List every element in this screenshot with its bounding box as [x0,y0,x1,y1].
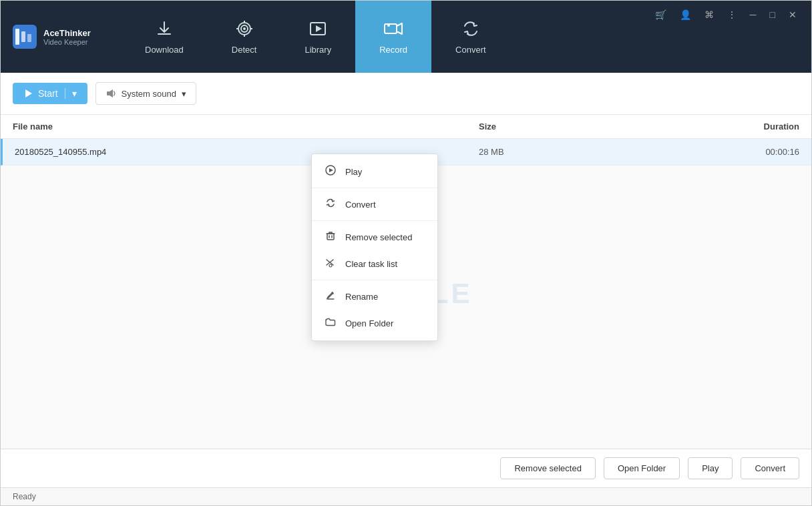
sound-icon [106,88,116,99]
ctx-clear[interactable]: Clear task list [312,250,437,277]
tab-download[interactable]: Download [121,1,208,73]
ctx-remove-label: Remove selected [345,232,412,242]
svg-marker-18 [110,89,113,97]
tab-detect-label: Detect [232,45,257,55]
maximize-button[interactable]: □ [766,7,779,22]
sound-button[interactable]: System sound ▾ [95,82,196,105]
user-button[interactable]: 👤 [676,7,695,22]
library-icon [309,19,327,41]
tab-detect[interactable]: Detect [208,1,281,73]
convert-icon [461,19,480,41]
window-controls: 🛒 👤 ⌘ ⋮ ─ □ ✕ [640,7,811,22]
tab-library[interactable]: Library [280,1,355,73]
sound-dropdown-arrow: ▾ [182,89,186,99]
svg-rect-1 [15,29,19,45]
tab-record[interactable]: Record [355,1,431,73]
table-area: File name Size Duration 20180525_140955.… [1,115,811,449]
record-icon [383,19,403,41]
app-name: AceThinker [43,28,91,38]
ctx-rename[interactable]: Rename [312,283,437,310]
svg-marker-14 [397,23,402,34]
ctx-clear-label: Clear task list [345,259,397,269]
app-subtitle: Video Keeper [43,38,91,46]
ctx-rename-icon [324,290,337,303]
tab-convert-label: Convert [455,45,486,55]
ctx-open-folder-icon [324,316,337,330]
ctx-convert[interactable]: Convert [312,191,437,218]
ctx-remove-icon [324,230,337,244]
bottom-remove-button[interactable]: Remove selected [500,457,595,479]
ctx-convert-icon [324,198,337,211]
sound-label: System sound [122,89,176,99]
bottom-open-folder-button[interactable]: Open Folder [604,457,680,479]
app-logo-text: AceThinker Video Keeper [43,28,91,46]
app-logo-icon [13,25,37,49]
status-bar: Ready [1,487,811,505]
ctx-divider-1 [312,188,437,188]
col-header-size: Size [479,121,679,132]
app-logo: AceThinker Video Keeper [1,25,121,49]
svg-rect-13 [385,24,397,33]
col-header-duration: Duration [679,121,799,132]
svg-marker-12 [316,25,322,32]
svg-point-15 [387,24,390,27]
minimize-button[interactable]: ─ [746,7,761,22]
bottom-bar: Remove selected Open Folder Play Convert [1,449,811,487]
download-icon [155,19,174,41]
svg-marker-16 [25,89,32,97]
table-body: 20180525_140955.mp4 28 MB 00:00:16 SAMPL… [1,139,811,449]
col-header-filename: File name [13,121,479,132]
ctx-open-folder-label: Open Folder [345,318,393,328]
svg-rect-2 [21,31,25,42]
svg-marker-20 [329,168,333,172]
bottom-play-button[interactable]: Play [688,457,733,479]
app-window: AceThinker Video Keeper Download [0,0,812,506]
ctx-clear-icon [324,257,337,270]
ctx-play-icon [324,165,337,178]
ctx-play[interactable]: Play [312,158,437,185]
start-dropdown-arrow: ▾ [65,88,77,99]
tab-convert[interactable]: Convert [431,1,510,73]
ctx-divider-3 [312,280,437,280]
tab-record-label: Record [379,45,407,55]
bottom-convert-button[interactable]: Convert [741,457,799,479]
ctx-convert-label: Convert [345,200,376,210]
svg-rect-3 [27,34,31,42]
ctx-open-folder[interactable]: Open Folder [312,310,437,336]
start-play-icon [23,89,33,98]
ctx-remove[interactable]: Remove selected [312,224,437,250]
detect-icon [235,19,254,41]
toolbar: Start ▾ System sound ▾ [1,73,811,115]
cart-button[interactable]: 🛒 [651,7,670,22]
ctx-divider-2 [312,220,437,221]
svg-rect-21 [327,234,334,240]
svg-point-6 [243,27,246,30]
start-label: Start [38,88,58,99]
start-button[interactable]: Start ▾ [13,83,87,104]
more-button[interactable]: ⋮ [723,7,741,22]
close-button[interactable]: ✕ [785,7,801,22]
context-menu: Play Convert [311,154,438,341]
status-text: Ready [13,492,36,501]
row-duration: 00:00:16 [679,147,799,157]
svg-point-24 [329,264,332,267]
title-bar: AceThinker Video Keeper Download [1,1,811,73]
tab-library-label: Library [304,45,331,55]
settings-button[interactable]: ⌘ [700,7,718,22]
ctx-rename-label: Rename [345,292,378,302]
row-size: 28 MB [479,147,679,157]
ctx-play-label: Play [345,167,362,177]
table-header: File name Size Duration [1,115,811,139]
tab-download-label: Download [145,45,184,55]
svg-rect-17 [107,91,110,95]
